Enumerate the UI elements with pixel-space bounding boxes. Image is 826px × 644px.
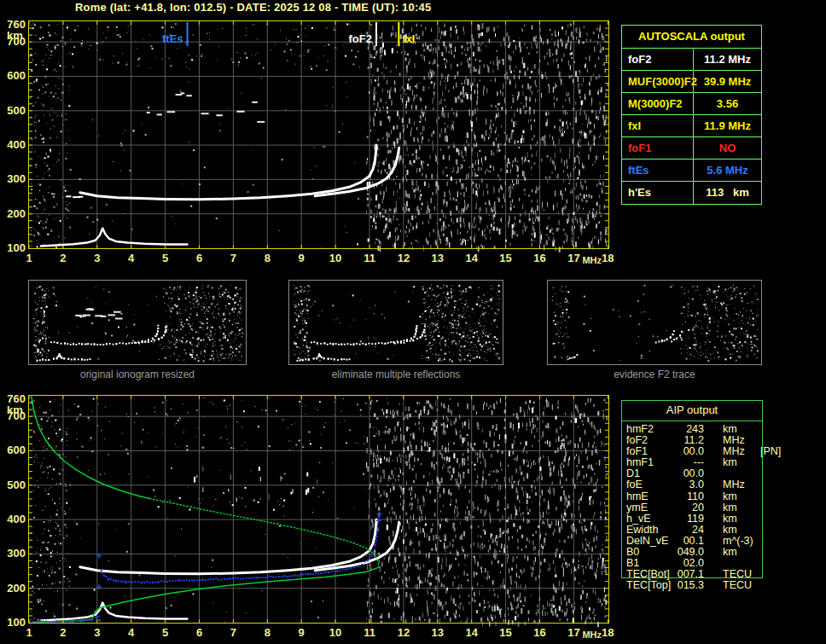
svg-text:18: 18 [602, 626, 614, 639]
aip-row: h_vE119km [621, 513, 763, 525]
autoscala-param-value: 5.6 MHz [694, 160, 761, 181]
svg-text:9: 9 [299, 252, 305, 264]
aip-param-unit: km [704, 491, 760, 502]
aip-output-table: AIP output hmF2243kmfoF211.2MHzfoF100.0M… [621, 400, 763, 591]
svg-text:7: 7 [230, 626, 236, 639]
aip-row: TEC[Top]015.3TECU [621, 580, 763, 591]
autoscala-param-label: ftEs [622, 160, 694, 181]
aip-param-label: hmE [626, 491, 675, 502]
autoscala-param-value: 11.9 MHz [694, 115, 761, 136]
svg-text:MHz: MHz [582, 255, 602, 265]
svg-text:3: 3 [94, 626, 100, 639]
aip-param-note [760, 513, 763, 525]
top-ionogram-plot: 760700600500400300200100km12345678910111… [0, 0, 618, 269]
autoscala-param-value: 113 km [694, 182, 761, 204]
aip-param-value: 3.0 [675, 479, 704, 490]
autoscala-param-label: h'Es [622, 182, 694, 204]
autoscala-row: fxI11.9 MHz [622, 115, 761, 137]
aip-param-value: 20 [675, 502, 704, 513]
svg-text:16: 16 [533, 626, 545, 639]
svg-text:8: 8 [265, 252, 270, 264]
svg-text:3: 3 [94, 252, 100, 264]
svg-text:8: 8 [265, 626, 270, 639]
aip-param-note [760, 580, 763, 591]
aip-param-note [760, 569, 763, 580]
svg-text:7: 7 [230, 252, 236, 264]
svg-text:13: 13 [432, 626, 444, 639]
svg-text:16: 16 [533, 252, 545, 264]
aip-param-label: TEC[Top] [626, 580, 675, 591]
svg-text:9: 9 [299, 626, 305, 639]
svg-text:400: 400 [7, 138, 26, 151]
svg-text:5: 5 [162, 626, 168, 639]
aip-param-label: Ewidth [626, 525, 675, 536]
aip-param-unit: TECU [704, 580, 760, 591]
svg-text:12: 12 [398, 626, 410, 639]
svg-text:6: 6 [196, 252, 202, 264]
svg-text:14: 14 [465, 626, 478, 639]
aip-row: ymE20km [621, 502, 763, 513]
autoscala-param-label: MUF(3000)F2 [622, 71, 694, 92]
svg-text:km: km [7, 403, 23, 416]
svg-text:15: 15 [499, 626, 511, 639]
autoscala-row: ftEs5.6 MHz [622, 160, 761, 182]
svg-text:15: 15 [499, 252, 511, 264]
aip-param-note: [PN] [760, 446, 781, 457]
aip-param-note [760, 457, 763, 468]
aip-param-unit: km [704, 502, 760, 513]
svg-text:11: 11 [364, 626, 375, 639]
svg-text:12: 12 [398, 252, 410, 264]
aip-param-note [760, 536, 763, 547]
aip-param-label: h_vE [626, 513, 675, 525]
svg-text:500: 500 [7, 104, 26, 117]
aip-param-unit: MHz [704, 479, 760, 490]
aip-param-unit: km [704, 513, 760, 525]
svg-text:100: 100 [7, 241, 26, 254]
svg-text:200: 200 [7, 582, 26, 595]
autoscala-param-value: NO [694, 137, 761, 159]
aip-param-note [760, 468, 763, 479]
svg-text:18: 18 [602, 252, 614, 264]
aip-param-note [760, 491, 763, 502]
aip-param-label: ymE [626, 502, 675, 513]
svg-text:200: 200 [7, 207, 26, 220]
svg-text:MHz: MHz [582, 629, 602, 640]
autoscala-row: foF211.2 MHz [622, 49, 761, 71]
svg-text:6: 6 [196, 626, 202, 639]
svg-text:ftEs: ftEs [162, 32, 183, 45]
thumbnail-original-ionogram [28, 280, 247, 365]
aip-param-value: 119 [675, 513, 704, 525]
svg-text:400: 400 [7, 513, 26, 525]
autoscala-row: M(3000)F23.56 [622, 93, 761, 115]
aip-param-note [760, 558, 763, 569]
aip-row: foE3.0MHz [621, 479, 763, 490]
autoscala-param-value: 3.56 [694, 93, 761, 114]
svg-text:km: km [7, 29, 23, 42]
aip-row: Ewidth24km [621, 525, 763, 536]
thumbnail-evidence-f2-trace [547, 280, 762, 365]
svg-text:300: 300 [7, 172, 26, 185]
aip-table-rows: hmF2243kmfoF211.2MHzfoF100.0MHz[PN]hmF1-… [621, 424, 763, 591]
aip-param-value: 24 [675, 525, 704, 536]
thumbnail-eliminate-reflections [288, 280, 503, 365]
svg-text:fxI: fxI [402, 32, 415, 45]
svg-text:10: 10 [329, 252, 341, 264]
svg-text:500: 500 [7, 479, 26, 491]
autoscala-param-label: M(3000)F2 [622, 93, 694, 114]
autoscala-param-label: foF2 [622, 49, 694, 70]
autoscala-row: h'Es113 km [622, 182, 761, 204]
svg-text:5: 5 [162, 252, 168, 264]
aip-param-label: foE [626, 479, 675, 490]
aip-param-note [760, 479, 763, 490]
svg-text:10: 10 [329, 626, 341, 639]
aip-table-title: AIP output [621, 400, 763, 421]
svg-text:300: 300 [7, 547, 26, 560]
svg-text:600: 600 [7, 69, 26, 82]
svg-text:foF2: foF2 [349, 32, 372, 45]
svg-text:11: 11 [364, 252, 375, 264]
svg-text:4: 4 [128, 626, 135, 639]
autoscala-param-label: foF1 [622, 137, 694, 159]
svg-text:2: 2 [60, 252, 66, 264]
bottom-ionogram-plot: 760700600500400300200100km12345678910111… [0, 375, 618, 644]
aip-param-note [760, 525, 763, 536]
